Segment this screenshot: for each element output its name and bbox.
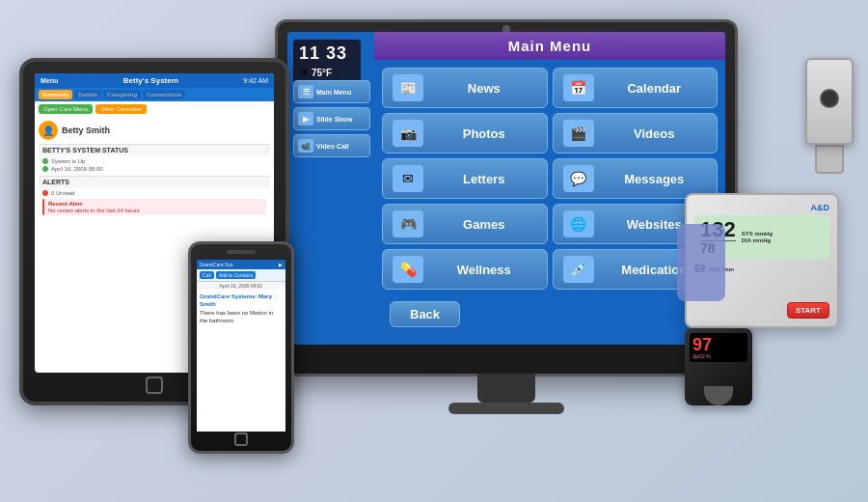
news-button[interactable]: 📰 News xyxy=(382,68,548,108)
bp-brand: A&D xyxy=(694,203,829,212)
main-menu-header: Main Menu xyxy=(374,32,725,60)
add-contacts-button[interactable]: Add to Contacts xyxy=(216,271,257,279)
main-menu-label: Main Menu xyxy=(316,89,351,96)
videos-label: Videos xyxy=(602,126,708,141)
calendar-icon: 📅 xyxy=(563,74,594,101)
phone-screen: GrandCare Sys ▶ Call Add to Contacts Apr… xyxy=(197,260,285,432)
photos-icon: 📷 xyxy=(393,120,423,147)
status-label-2: April 16, 2009 08:00 xyxy=(51,166,103,172)
tablet-content: 👤 Betty Smith BETTY'S SYSTEM STATUS Syst… xyxy=(35,117,274,221)
status-row-2: April 16, 2009 08:00 xyxy=(39,165,270,173)
open-care-menu-button[interactable]: Open Care Menu xyxy=(39,104,93,114)
letters-button[interactable]: ✉ Letters xyxy=(382,158,548,199)
bp-monitor: A&D 132 78 SYS mmHg DIA mmHg 69 PUL /min… xyxy=(685,193,839,328)
letters-label: Letters xyxy=(431,172,537,186)
tablet-action-buttons: Open Care Menu Other Caretaker xyxy=(35,101,274,117)
slide-show-label: Slide Show xyxy=(316,116,352,123)
recent-alert: Recent Alert No recent alerts in the las… xyxy=(42,199,266,215)
videos-icon: 🎬 xyxy=(563,120,594,147)
phone-message-text: There has been no Motion in the bathroom xyxy=(200,309,283,325)
games-label: Games xyxy=(431,217,537,232)
other-caretaker-button[interactable]: Other Caretaker xyxy=(95,104,147,114)
alert-dot xyxy=(42,190,48,196)
news-label: News xyxy=(431,81,537,96)
wellness-button[interactable]: 💊 Wellness xyxy=(382,249,548,290)
tablet-user-row: 👤 Betty Smith xyxy=(39,121,270,140)
tab-details[interactable]: Details xyxy=(74,90,101,99)
sys-label: SYS mmHg xyxy=(742,231,773,237)
status-section-title: BETTY'S SYSTEM STATUS xyxy=(39,144,270,155)
phone-header: GrandCare Sys ▶ xyxy=(197,260,285,269)
slide-show-button[interactable]: ▶ Slide Show xyxy=(293,107,370,130)
messages-label: Messages xyxy=(602,172,708,186)
back-area: Back xyxy=(374,297,725,331)
videos-button[interactable]: 🎬 Videos xyxy=(553,113,719,153)
monitor-body: 11 33 ☀ 75°F Jan 14th, 2014 ☰ Main Menu … xyxy=(275,19,738,376)
recent-alert-text: No recent alerts in the last 24 hours xyxy=(48,208,262,213)
photos-label: Photos xyxy=(431,126,537,141)
motion-sensor-base xyxy=(815,145,844,174)
phone-body: GrandCare Sys ▶ Call Add to Contacts Apr… xyxy=(188,241,294,454)
bp-cuff xyxy=(677,224,725,301)
games-icon: 🎮 xyxy=(393,210,423,237)
spo2-label: SpO2 % xyxy=(692,353,745,359)
dia-label: DIA mmHg xyxy=(742,237,773,243)
video-call-button[interactable]: 📹 Video Call xyxy=(293,134,370,157)
messages-icon: 💬 xyxy=(563,165,594,192)
tablet-time: 9:42 AM xyxy=(243,77,268,84)
websites-icon: 🌐 xyxy=(563,210,594,237)
monitor-base xyxy=(448,403,564,414)
weather-icon: ☀ xyxy=(299,66,310,79)
status-label-1: System is Up xyxy=(51,158,85,164)
tab-summary[interactable]: Summary xyxy=(39,90,72,99)
main-menu-button[interactable]: ☰ Main Menu xyxy=(293,80,370,103)
tablet-username: Betty Smith xyxy=(62,126,110,135)
weather-temp: 75°F xyxy=(312,68,332,78)
photos-button[interactable]: 📷 Photos xyxy=(382,113,548,153)
wellness-label: Wellness xyxy=(431,263,537,277)
status-dot-ok xyxy=(42,158,48,164)
letters-icon: ✉ xyxy=(393,165,423,192)
tablet-menu-label: Menu xyxy=(41,77,58,84)
monitor-screen: 11 33 ☀ 75°F Jan 14th, 2014 ☰ Main Menu … xyxy=(287,32,725,345)
slideshow-icon: ▶ xyxy=(298,112,313,126)
phone: GrandCare Sys ▶ Call Add to Contacts Apr… xyxy=(188,241,294,454)
bp-start-button[interactable]: START xyxy=(787,302,829,319)
menu-grid: 📰 News 📅 Calendar 📷 Photos 🎬 Videos xyxy=(374,60,725,297)
motion-sensor xyxy=(805,58,854,174)
video-call-label: Video Call xyxy=(316,143,349,150)
monitor: 11 33 ☀ 75°F Jan 14th, 2014 ☰ Main Menu … xyxy=(275,19,738,376)
back-button[interactable]: Back xyxy=(390,301,460,327)
wellness-icon: 💊 xyxy=(393,256,423,283)
phone-action-btns: Call Add to Contacts xyxy=(197,269,285,282)
tablet-nav: Menu Betty's System 9:42 AM xyxy=(35,73,274,88)
bp-labels: SYS mmHg DIA mmHg xyxy=(742,231,773,243)
video-call-icon: 📹 xyxy=(298,139,313,153)
calendar-button[interactable]: 📅 Calendar xyxy=(553,68,719,108)
alert-count: 0 Unread xyxy=(51,190,75,196)
motion-sensor-lens xyxy=(820,89,839,108)
tablet-title: Betty's System xyxy=(58,76,243,85)
tab-connections[interactable]: Connections xyxy=(143,90,185,99)
phone-sender-label: GrandCare Systems: Mary Smith xyxy=(200,293,283,309)
phone-speaker xyxy=(227,250,256,254)
pulse-ox-clip xyxy=(704,386,733,405)
main-menu-area: Main Menu 📰 News 📅 Calendar 📷 xyxy=(374,32,725,345)
user-avatar: 👤 xyxy=(39,121,58,140)
status-row-1: System is Up xyxy=(39,157,270,165)
news-icon: 📰 xyxy=(393,74,423,101)
tablet-home-button[interactable] xyxy=(146,376,163,394)
tab-caregiving[interactable]: Caregiving xyxy=(103,90,141,99)
pulse-oximeter: 97 SpO2 % xyxy=(685,328,752,405)
phone-date: April 16, 2009 08:01 xyxy=(197,282,285,290)
pulse-ox-body: 97 SpO2 % xyxy=(685,328,752,405)
monitor-sidebar: ☰ Main Menu ▶ Slide Show 📹 Video Call xyxy=(293,80,370,157)
phone-home-button[interactable] xyxy=(234,432,248,446)
games-button[interactable]: 🎮 Games xyxy=(382,204,548,244)
phone-message-body: GrandCare Systems: Mary Smith There has … xyxy=(197,290,285,328)
main-menu-title: Main Menu xyxy=(508,38,592,54)
pulse-ox-display: 97 SpO2 % xyxy=(690,333,747,362)
phone-call-button[interactable]: Call xyxy=(200,271,214,279)
status-dot-ok-2 xyxy=(42,166,48,172)
phone-sender-name: GrandCare Sys xyxy=(200,262,277,267)
